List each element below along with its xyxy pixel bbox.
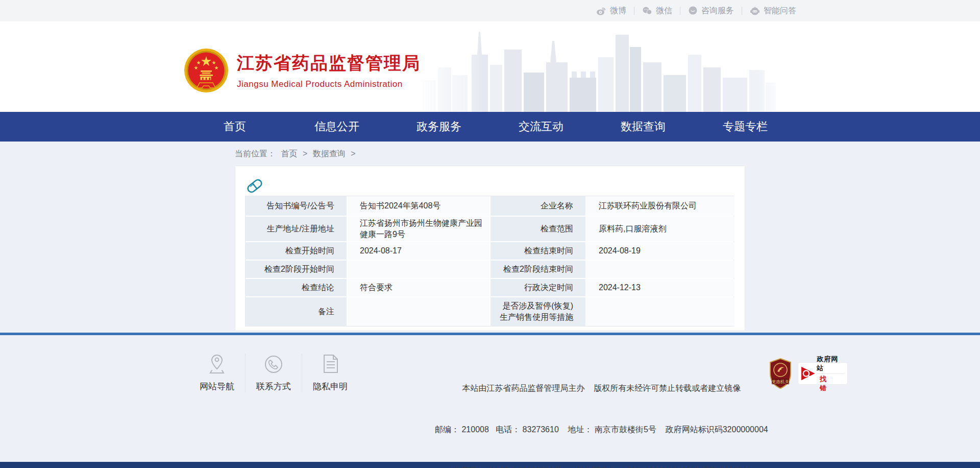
footer-link-contact[interactable]: 联系方式 bbox=[245, 354, 302, 392]
topbar-item-label: 智能问答 bbox=[764, 6, 796, 16]
shield-badge-label: 党政机关 bbox=[772, 379, 790, 384]
field-label-end-date: 检查结束时间 bbox=[491, 242, 585, 260]
footer-text: 本站由江苏省药品监督管理局主办 版权所有未经许可禁止转载或者建立镜像 邮编： 2… bbox=[435, 354, 768, 468]
field-value-phase2-end bbox=[586, 261, 734, 278]
footer-line-1: 本站由江苏省药品监督管理局主办 版权所有未经许可禁止转载或者建立镜像 bbox=[435, 381, 768, 395]
field-label-phase2-end: 检查2阶段结束时间 bbox=[491, 261, 585, 278]
footer-badges: 党政机关 政府网站 找 错 bbox=[768, 358, 848, 389]
field-label-suspension-measures: 是否涉及暂停(恢复)生产销售使用等措施 bbox=[491, 297, 585, 326]
topbar-separator bbox=[742, 7, 742, 15]
error-report-magnifier-icon bbox=[800, 365, 816, 382]
field-label-phase2-start: 检查2阶段开始时间 bbox=[246, 261, 347, 278]
breadcrumb-separator: > bbox=[303, 149, 307, 158]
main-nav: 首页 信息公开 政务服务 交流互动 数据查询 专题专栏 bbox=[0, 112, 980, 142]
field-value-phase2-start bbox=[348, 261, 489, 278]
footer-link-label: 隐私申明 bbox=[313, 381, 348, 392]
site-title: 江苏省药品监督管理局 bbox=[237, 52, 421, 75]
topbar-item-label: 咨询服务 bbox=[701, 6, 734, 16]
error-badge-bottom-label: 找 错 bbox=[817, 373, 844, 393]
breadcrumb-home[interactable]: 首页 bbox=[281, 149, 297, 158]
field-label-start-date: 检查开始时间 bbox=[246, 242, 347, 260]
topbar-item-label: 微信 bbox=[656, 6, 672, 16]
topbar-item-qa[interactable]: 智能问答 bbox=[750, 6, 796, 16]
field-label-inspection-scope: 检查范围 bbox=[491, 217, 585, 241]
field-value-start-date: 2024-08-17 bbox=[348, 242, 489, 260]
topbar-separator bbox=[680, 7, 680, 15]
site-logo[interactable]: 江苏省药品监督管理局 Jiangsu Medical Products Admi… bbox=[184, 48, 421, 93]
field-value-address: 江苏省扬州市扬州生物健康产业园健康一路9号 bbox=[348, 217, 489, 241]
breadcrumb: 当前位置： 首页 > 数据查询 > bbox=[235, 142, 745, 166]
map-pin-icon bbox=[208, 354, 226, 374]
site-header: 江苏省药品监督管理局 Jiangsu Medical Products Admi… bbox=[0, 21, 980, 112]
field-label-address: 生产地址/注册地址 bbox=[246, 217, 347, 241]
field-label-decision-date: 行政决定时间 bbox=[491, 279, 585, 296]
field-label-conclusion: 检查结论 bbox=[246, 279, 347, 296]
error-badge-top-label: 政府网站 bbox=[817, 355, 844, 373]
weibo-icon bbox=[596, 6, 606, 15]
breadcrumb-data-query[interactable]: 数据查询 bbox=[313, 149, 346, 158]
nav-item-gov-services[interactable]: 政务服务 bbox=[388, 112, 490, 142]
phone-icon bbox=[264, 354, 283, 374]
field-value-company-name: 江苏联环药业股份有限公司 bbox=[586, 196, 734, 216]
nav-item-special-topics[interactable]: 专题专栏 bbox=[694, 112, 796, 142]
site-subtitle: Jiangsu Medical Products Administration bbox=[237, 79, 421, 89]
wechat-icon bbox=[642, 6, 652, 15]
field-value-remarks bbox=[348, 297, 489, 326]
nav-item-home[interactable]: 首页 bbox=[184, 112, 286, 142]
topbar-item-label: 微博 bbox=[610, 6, 626, 16]
footer: 网站导航 联系方式 bbox=[0, 335, 980, 462]
document-icon bbox=[322, 354, 339, 374]
field-label-company-name: 企业名称 bbox=[491, 196, 585, 216]
footer-link-label: 网站导航 bbox=[200, 381, 234, 392]
footer-link-label: 联系方式 bbox=[256, 381, 291, 392]
field-value-suspension-measures bbox=[586, 297, 734, 326]
field-value-notice-number: 告知书2024年第408号 bbox=[348, 196, 489, 216]
inspection-detail-table: 告知书编号/公告号 告知书2024年第408号 企业名称 江苏联环药业股份有限公… bbox=[245, 196, 734, 326]
footer-line-3: 备案号： 苏ICP备09039606号 苏公网安备： 3201060201048… bbox=[435, 464, 768, 468]
footer-links: 网站导航 联系方式 bbox=[189, 354, 358, 392]
main-content: 当前位置： 首页 > 数据查询 > 告知书编号/公告号 告知书2024年第408… bbox=[0, 142, 980, 333]
inspection-detail-card: 告知书编号/公告号 告知书2024年第408号 企业名称 江苏联环药业股份有限公… bbox=[235, 166, 745, 331]
site-error-report-badge[interactable]: 政府网站 找 错 bbox=[798, 362, 848, 385]
field-label-remarks: 备注 bbox=[246, 297, 347, 326]
field-value-end-date: 2024-08-19 bbox=[586, 242, 734, 260]
footer-line-2: 邮编： 210008 电话： 83273610 地址： 南京市鼓楼街5号 政府网… bbox=[435, 423, 768, 436]
breadcrumb-prefix: 当前位置： bbox=[235, 149, 276, 158]
nav-item-info-disclosure[interactable]: 信息公开 bbox=[286, 112, 388, 142]
national-emblem-icon bbox=[184, 48, 229, 93]
footer-link-privacy[interactable]: 隐私申明 bbox=[302, 354, 358, 392]
party-gov-shield-badge[interactable]: 党政机关 bbox=[768, 358, 793, 389]
page: 微博 微信 咨询服务 智能问答 bbox=[0, 0, 980, 468]
field-value-conclusion: 符合要求 bbox=[348, 279, 489, 296]
field-value-inspection-scope: 原料药,口服溶液剂 bbox=[586, 217, 734, 241]
topbar-item-consult[interactable]: 咨询服务 bbox=[688, 6, 734, 16]
chat-bubble-icon bbox=[688, 6, 698, 15]
nav-item-interaction[interactable]: 交流互动 bbox=[490, 112, 592, 142]
robot-icon bbox=[750, 6, 760, 15]
topbar-separator bbox=[634, 7, 634, 15]
topbar: 微博 微信 咨询服务 智能问答 bbox=[0, 0, 980, 21]
breadcrumb-separator: > bbox=[351, 149, 355, 158]
footer-link-sitemap[interactable]: 网站导航 bbox=[189, 354, 245, 392]
field-label-notice-number: 告知书编号/公告号 bbox=[246, 196, 347, 216]
field-value-decision-date: 2024-12-13 bbox=[586, 279, 734, 296]
nav-item-data-query[interactable]: 数据查询 bbox=[592, 112, 694, 142]
pill-icon bbox=[245, 176, 264, 196]
city-skyline-illustration bbox=[419, 27, 776, 112]
topbar-item-weibo[interactable]: 微博 bbox=[596, 6, 626, 16]
topbar-item-wechat[interactable]: 微信 bbox=[642, 6, 672, 16]
